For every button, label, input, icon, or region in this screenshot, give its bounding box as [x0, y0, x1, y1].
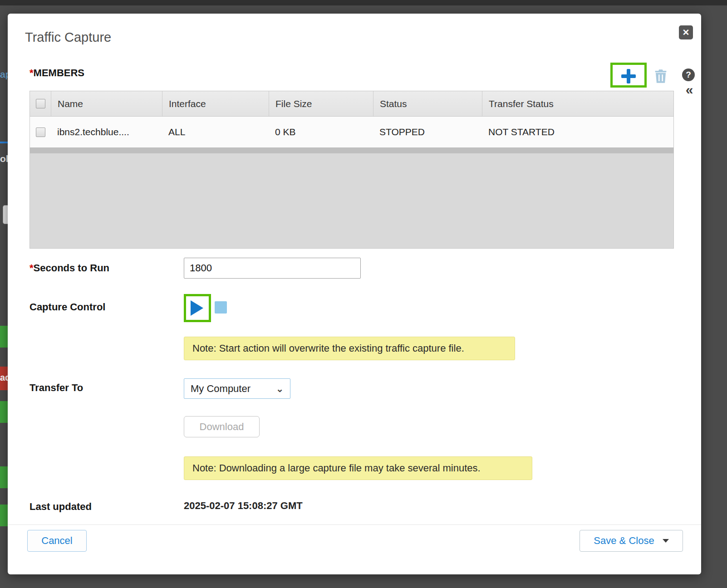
table-row[interactable]: ibns2.techblue.... ALL 0 KB STOPPED NOT …: [30, 117, 673, 147]
stop-capture-stop-icon[interactable]: [215, 301, 227, 314]
collapse-panel-icon[interactable]: «: [683, 83, 696, 97]
capture-control-label: Capture Control: [29, 301, 105, 313]
required-asterisk: *: [29, 262, 34, 274]
delete-member-icon[interactable]: [654, 69, 668, 83]
close-icon[interactable]: ✕: [679, 25, 693, 39]
download-button[interactable]: Download: [184, 416, 260, 437]
seconds-to-run-input[interactable]: [184, 258, 361, 279]
cancel-button[interactable]: Cancel: [27, 530, 87, 552]
row-cell-status: STOPPED: [373, 117, 482, 147]
transfer-to-select[interactable]: My Computer ⌄: [184, 378, 290, 399]
header-cell-status[interactable]: Status: [373, 91, 482, 116]
background-status-bar-green: [0, 401, 8, 423]
background-tab-underline: [0, 142, 8, 143]
header-cell-file-size[interactable]: File Size: [269, 91, 373, 116]
members-table: Name Interface File Size Status Transfer…: [29, 91, 674, 249]
help-icon[interactable]: ?: [682, 69, 695, 81]
add-member-icon[interactable]: [621, 69, 636, 83]
footer-divider: [8, 524, 701, 525]
members-label: *MEMBERS: [29, 67, 84, 79]
browser-top-band: [0, 0, 727, 5]
dialog-title: Traffic Capture: [25, 30, 111, 45]
header-cell-checkbox: [30, 91, 51, 116]
row-cell-name: ibns2.techblue....: [51, 117, 162, 147]
header-cell-transfer-status[interactable]: Transfer Status: [482, 91, 673, 116]
transfer-to-selected-value: My Computer: [191, 383, 251, 395]
seconds-to-run-label-text: Seconds to Run: [34, 262, 109, 274]
background-status-bar-red: ad: [0, 367, 8, 390]
header-cell-interface[interactable]: Interface: [162, 91, 269, 116]
required-asterisk: *: [29, 67, 34, 78]
caret-down-icon[interactable]: [663, 539, 669, 543]
row-cell-checkbox: [30, 117, 51, 147]
row-cell-interface: ALL: [162, 117, 269, 147]
header-cell-name[interactable]: Name: [51, 91, 162, 116]
save-close-label: Save & Close: [594, 535, 654, 547]
members-table-header: Name Interface File Size Status Transfer…: [30, 91, 673, 117]
background-status-bar-green: [0, 505, 8, 526]
members-label-text: MEMBERS: [34, 67, 84, 78]
save-close-button[interactable]: Save & Close: [580, 530, 683, 552]
row-cell-transfer-status: NOT STARTED: [482, 117, 673, 147]
row-cell-file-size: 0 KB: [269, 117, 373, 147]
background-status-bar-green: [0, 466, 8, 488]
transfer-to-label: Transfer To: [29, 382, 83, 394]
seconds-to-run-label: *Seconds to Run: [29, 262, 109, 274]
horizontal-scrollbar[interactable]: [30, 147, 673, 153]
background-status-bar-green: [0, 326, 8, 348]
table-empty-area: [30, 153, 673, 248]
download-note: Note: Downloading a large capture file m…: [184, 456, 532, 480]
traffic-capture-dialog: Traffic Capture ✕ *MEMBERS ? « Name Inte…: [8, 14, 701, 574]
row-checkbox[interactable]: [36, 127, 45, 137]
last-updated-label: Last updated: [29, 501, 92, 513]
last-updated-value: 2025-02-07 15:08:27 GMT: [184, 500, 303, 512]
start-note: Note: Start action will overwrite the ex…: [184, 337, 515, 360]
trash-icon: [654, 69, 668, 83]
background-text-fragment: ap: [0, 69, 8, 80]
start-capture-play-icon[interactable]: [190, 299, 205, 317]
chevron-down-icon: ⌄: [276, 384, 284, 393]
select-all-checkbox[interactable]: [36, 99, 45, 108]
background-text-fragment: ol: [0, 153, 8, 164]
